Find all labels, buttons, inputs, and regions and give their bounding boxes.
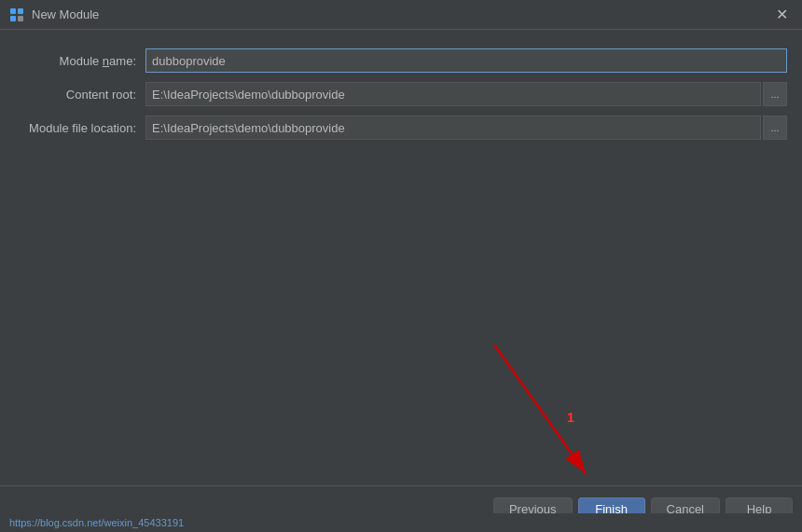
url-bar: https://blog.csdn.net/weixin_45433191 <box>0 513 802 532</box>
module-file-location-input-wrap: ... <box>145 116 787 140</box>
svg-rect-2 <box>10 16 16 21</box>
module-file-location-label: Module file location: <box>15 121 145 135</box>
svg-rect-0 <box>10 8 16 14</box>
content-root-input-wrap: ... <box>145 82 787 106</box>
module-file-location-row: Module file location: ... <box>15 116 787 140</box>
content-root-input[interactable] <box>145 82 761 106</box>
svg-rect-3 <box>18 16 23 21</box>
module-file-location-browse-button[interactable]: ... <box>763 116 787 140</box>
module-name-label: Module name: <box>15 54 145 68</box>
url-text: https://blog.csdn.net/weixin_45433191 <box>9 517 184 528</box>
module-name-input[interactable] <box>145 48 787 73</box>
module-icon <box>9 7 24 22</box>
content-root-row: Content root: ... <box>15 82 787 106</box>
module-name-row: Module name: <box>15 48 787 73</box>
content-root-browse-button[interactable]: ... <box>763 82 787 106</box>
title-text: New Module <box>32 7 770 21</box>
module-name-input-wrap <box>145 48 787 73</box>
dialog-window: New Module ✕ Module name: Content root: … <box>0 0 802 532</box>
content-root-label: Content root: <box>15 88 145 102</box>
close-button[interactable]: ✕ <box>770 4 793 26</box>
svg-rect-1 <box>18 8 23 14</box>
module-file-location-input[interactable] <box>145 116 761 140</box>
title-bar: New Module ✕ <box>0 0 802 30</box>
dialog-content: Module name: Content root: ... Module fi… <box>0 30 802 485</box>
